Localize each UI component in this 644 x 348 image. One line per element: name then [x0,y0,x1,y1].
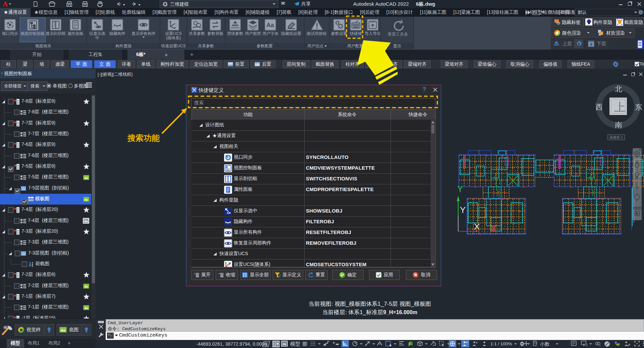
svg-text:X: X [474,222,480,232]
svg-text:X: X [491,224,496,233]
svg-text:Y: Y [457,184,463,194]
svg-text:板: 板 [264,342,268,347]
svg-text:东: 东 [635,103,642,111]
svg-text:Y: Y [460,205,466,215]
svg-text:北: 北 [615,85,622,93]
svg-text:Aa: Aa [266,22,274,28]
svg-text:南: 南 [615,121,622,129]
svg-text:+: + [194,272,196,276]
svg-text:西: 西 [595,103,603,111]
svg-text:上: 上 [614,101,626,113]
